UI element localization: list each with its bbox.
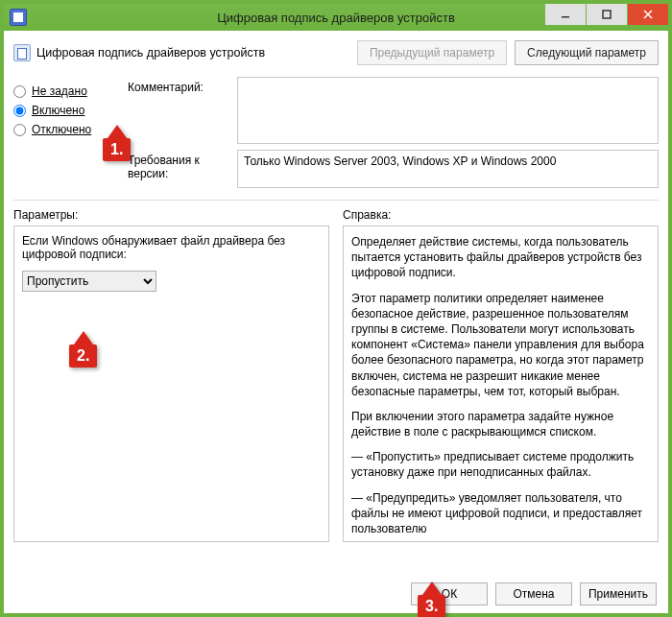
comment-textarea[interactable] bbox=[237, 77, 659, 144]
policy-subtitle: Цифровая подпись драйверов устройств bbox=[36, 46, 265, 59]
close-button[interactable] bbox=[628, 4, 668, 25]
bottom-button-bar: ОК Отмена Применить bbox=[411, 582, 657, 605]
help-panel: Справка: Определяет действие системы, ко… bbox=[343, 208, 659, 554]
params-box: Если Windows обнаруживает файл драйвера … bbox=[13, 225, 329, 542]
radio-enabled-label: Включено bbox=[32, 104, 84, 117]
prev-setting-button[interactable]: Предыдущий параметр bbox=[357, 40, 507, 65]
comment-label: Комментарий: bbox=[128, 77, 233, 94]
help-box[interactable]: Определяет действие системы, когда польз… bbox=[343, 225, 659, 542]
titlebar: Цифровая подпись драйверов устройств bbox=[4, 4, 668, 31]
requirements-label: Требования к версии: bbox=[128, 150, 233, 180]
params-prompt: Если Windows обнаруживает файл драйвера … bbox=[22, 234, 321, 261]
policy-icon bbox=[13, 44, 31, 61]
state-radio-group: Не задано Включено Отключено bbox=[13, 77, 124, 142]
maximize-button[interactable] bbox=[587, 4, 627, 25]
svg-rect-1 bbox=[603, 11, 611, 18]
app-icon bbox=[10, 9, 27, 26]
radio-disabled-label: Отключено bbox=[32, 123, 91, 136]
window-controls bbox=[544, 4, 668, 25]
help-p3: При включении этого параметра задайте ну… bbox=[351, 409, 650, 439]
radio-disabled[interactable]: Отключено bbox=[13, 123, 124, 136]
requirements-box: Только Windows Server 2003, Windows XP и… bbox=[237, 150, 659, 188]
help-p1: Определяет действие системы, когда польз… bbox=[351, 234, 650, 281]
params-label: Параметры: bbox=[13, 208, 329, 222]
requirements-text: Только Windows Server 2003, Windows XP и… bbox=[244, 154, 556, 168]
ok-button[interactable]: ОК bbox=[411, 582, 488, 605]
svg-rect-0 bbox=[562, 16, 569, 18]
next-setting-button[interactable]: Следующий параметр bbox=[515, 40, 659, 65]
radio-disabled-input[interactable] bbox=[13, 124, 26, 136]
minimize-button[interactable] bbox=[545, 4, 586, 25]
radio-enabled-input[interactable] bbox=[13, 105, 26, 117]
radio-not-configured[interactable]: Не задано bbox=[13, 84, 124, 98]
radio-not-configured-input[interactable] bbox=[13, 85, 26, 98]
action-select[interactable]: Пропустить bbox=[22, 271, 156, 292]
radio-not-configured-label: Не задано bbox=[32, 84, 87, 98]
params-panel: Параметры: Если Windows обнаруживает фай… bbox=[13, 208, 329, 554]
help-p4: — «Пропустить» предписывает системе прод… bbox=[351, 449, 650, 480]
cancel-button[interactable]: Отмена bbox=[495, 582, 572, 605]
help-label: Справка: bbox=[343, 208, 659, 222]
help-p5: — «Предупредить» уведомляет пользователя… bbox=[351, 490, 650, 537]
divider bbox=[13, 200, 659, 201]
content-area: Цифровая подпись драйверов устройств Пре… bbox=[4, 31, 668, 613]
help-p2: Этот параметр политики определяет наимен… bbox=[351, 291, 650, 399]
radio-enabled[interactable]: Включено bbox=[13, 104, 124, 117]
apply-button[interactable]: Применить bbox=[580, 582, 657, 605]
